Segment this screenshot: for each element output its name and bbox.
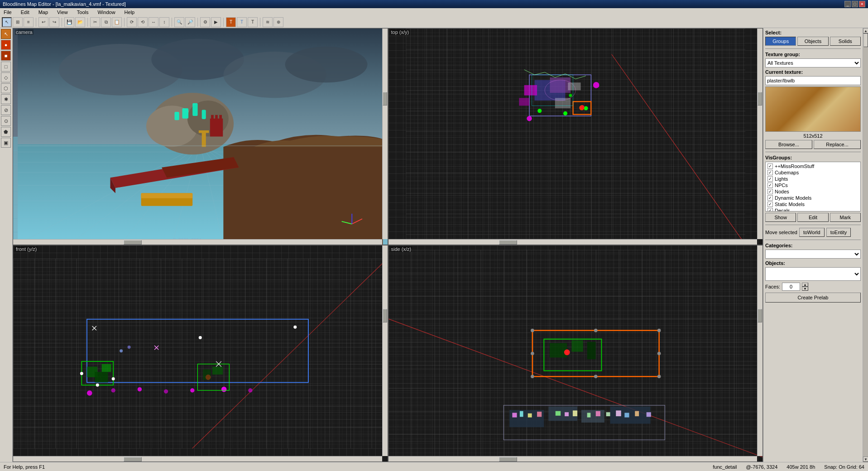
create-prelab-button[interactable]: Create Prelab — [765, 293, 861, 303]
mark-button[interactable]: Mark — [830, 213, 861, 222]
left-tool-texture[interactable]: ▣ — [1, 138, 11, 148]
tool-rotate-ccw[interactable]: ⟲ — [138, 17, 148, 27]
edit-vis-button[interactable]: Edit — [797, 213, 828, 222]
vis-item-staticmodels[interactable]: Static Models — [767, 201, 859, 207]
tool-zoom-out[interactable]: 🔎 — [185, 17, 195, 27]
show-button[interactable]: Show — [765, 213, 796, 222]
categories-select[interactable] — [765, 250, 861, 259]
menu-edit[interactable]: Edit — [19, 9, 31, 15]
left-tool-select[interactable]: ↖ — [1, 29, 11, 39]
vis-item-lights[interactable]: Lights — [767, 176, 859, 182]
top-scroll-v[interactable] — [757, 29, 762, 239]
front-scroll-h[interactable] — [13, 456, 382, 461]
left-tool-vertex[interactable]: ✱ — [1, 94, 11, 104]
tool-texture1[interactable]: T — [226, 17, 236, 27]
tool-misc1[interactable]: ≋ — [263, 17, 273, 27]
viewport-camera[interactable]: camera — [13, 28, 388, 245]
vis-item-npcs[interactable]: NPCs — [767, 182, 859, 188]
vis-check-lights[interactable] — [767, 176, 773, 182]
minimize-button[interactable]: _ — [844, 1, 851, 7]
vis-item-nodes[interactable]: Nodes — [767, 188, 859, 195]
left-tool-wedge[interactable]: ◇ — [1, 72, 11, 82]
camera-scroll-thumb-h[interactable] — [124, 240, 142, 245]
tool-select[interactable]: ↖ — [2, 17, 12, 27]
tool-rotate-cw[interactable]: ⟳ — [127, 17, 137, 27]
tool-run[interactable]: ▶ — [211, 17, 221, 27]
tool-flip-h[interactable]: ↔ — [149, 17, 158, 27]
tool-snap[interactable]: ≡ — [24, 17, 34, 27]
left-tool-box[interactable]: ■ — [1, 51, 11, 61]
front-scroll-v[interactable] — [382, 245, 388, 456]
left-tool-light[interactable]: □ — [1, 62, 11, 72]
faces-down[interactable]: ▼ — [802, 287, 808, 291]
viewport-side[interactable]: side (x/z) — [388, 245, 763, 462]
menu-help[interactable]: Help — [123, 9, 137, 15]
side-scroll-v[interactable] — [757, 245, 762, 456]
vis-item-decals[interactable]: Decals — [767, 207, 859, 211]
top-scroll-h[interactable] — [388, 239, 758, 245]
to-entity-button[interactable]: toEntity — [826, 228, 851, 237]
panel-scrollbar[interactable]: ▲ ▼ — [863, 28, 868, 462]
tool-open[interactable]: 📂 — [75, 17, 85, 27]
left-tool-entity[interactable]: ⊙ — [1, 116, 11, 126]
browse-button[interactable]: Browse... — [765, 140, 812, 149]
replace-button[interactable]: Replace... — [814, 140, 861, 149]
vis-check-dynmodels[interactable] — [767, 195, 773, 201]
vis-check-1[interactable] — [767, 170, 773, 175]
tool-copy[interactable]: ⧉ — [101, 17, 111, 27]
menu-view[interactable]: View — [55, 9, 70, 15]
tool-flip-v[interactable]: ↕ — [159, 17, 169, 27]
faces-input[interactable] — [782, 283, 800, 291]
menu-file[interactable]: File — [2, 9, 14, 15]
side-scroll-h[interactable] — [388, 456, 758, 461]
vis-item-0[interactable]: ++MissRoomStuff — [767, 163, 859, 169]
tool-texture3[interactable]: T — [248, 17, 258, 27]
viewport-front[interactable]: front (y/z) — [13, 245, 388, 462]
vis-check-decals[interactable] — [767, 208, 773, 211]
camera-scroll-h[interactable] — [13, 239, 382, 245]
btn-solids[interactable]: Solids — [830, 37, 861, 46]
front-scroll-thumb-v[interactable] — [383, 309, 387, 322]
texture-group-select[interactable]: All Textures — [765, 58, 861, 67]
viewport-top[interactable]: top (x/y) — [388, 28, 763, 245]
tool-cut[interactable]: ✂ — [90, 17, 100, 27]
faces-up[interactable]: ▲ — [802, 283, 808, 287]
menu-tools[interactable]: Tools — [75, 9, 91, 15]
side-scroll-thumb-v[interactable] — [758, 309, 762, 322]
left-tool-hex[interactable]: ⬡ — [1, 83, 11, 93]
maximize-button[interactable]: □ — [852, 1, 858, 7]
left-tool-paint[interactable]: ⬟ — [1, 127, 11, 137]
left-tool-clip[interactable]: ⊘ — [1, 105, 11, 115]
vis-check-npcs[interactable] — [767, 183, 773, 188]
top-scroll-thumb-v[interactable] — [758, 92, 762, 106]
current-texture-input[interactable] — [765, 76, 861, 85]
top-scroll-thumb-h[interactable] — [499, 240, 517, 245]
btn-objects[interactable]: Objects — [797, 37, 828, 46]
btn-groups[interactable]: Groups — [765, 37, 796, 46]
camera-scroll-v[interactable] — [382, 29, 388, 239]
camera-scroll-thumb-v[interactable] — [383, 92, 387, 106]
vis-item-1[interactable]: Cubemaps — [767, 169, 859, 176]
panel-scroll-thumb[interactable] — [863, 34, 868, 47]
left-tool-circle[interactable]: ● — [1, 40, 11, 50]
tool-texture2[interactable]: T — [237, 17, 247, 27]
tool-zoom-in[interactable]: 🔍 — [174, 17, 184, 27]
vis-check-nodes[interactable] — [767, 189, 773, 194]
tool-redo[interactable]: ↪ — [49, 17, 59, 27]
tool-undo[interactable]: ↩ — [38, 17, 48, 27]
vis-check-0[interactable] — [767, 163, 773, 169]
side-scroll-thumb-h[interactable] — [499, 457, 517, 461]
tool-misc2[interactable]: ⊕ — [273, 17, 283, 27]
menu-map[interactable]: Map — [37, 9, 50, 15]
tool-save[interactable]: 💾 — [64, 17, 74, 27]
tool-compile[interactable]: ⚙ — [200, 17, 210, 27]
menu-window[interactable]: Window — [96, 9, 117, 15]
close-button[interactable]: ✕ — [859, 1, 865, 7]
vis-check-staticmodels[interactable] — [767, 202, 773, 207]
panel-scroll-up[interactable]: ▲ — [863, 28, 868, 34]
front-scroll-thumb-h[interactable] — [124, 457, 142, 461]
objects-select[interactable] — [765, 267, 861, 281]
tool-grid[interactable]: ⊞ — [13, 17, 23, 27]
panel-scroll-down[interactable]: ▼ — [863, 457, 868, 462]
vis-item-dynmodels[interactable]: Dynamic Models — [767, 195, 859, 201]
